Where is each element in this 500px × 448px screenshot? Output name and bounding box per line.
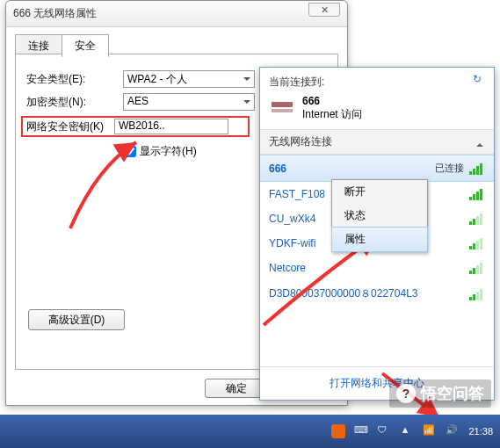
tray-ime-icon[interactable]: ⌨ [354,424,368,438]
tray-volume-icon[interactable]: 🔊 [446,424,460,438]
ctx-disconnect[interactable]: 断开 [332,180,427,204]
security-key-label: 网络安全密钥(K) [26,119,104,134]
signal-icon [469,163,485,175]
ssid-label: D3D800037000000８022704L3 [269,286,417,301]
signal-icon [469,188,485,200]
system-tray: ⌨ 🛡 ▲ 📶 🔊 21:38 [331,424,500,438]
taskbar[interactable]: ⌨ 🛡 ▲ 📶 🔊 21:38 [0,415,500,448]
signal-icon [469,213,485,225]
network-item[interactable]: D3D800037000000８022704L3 [260,280,494,307]
signal-icon [469,262,485,274]
encryption-type-combo[interactable]: AES [123,93,255,111]
tab-security[interactable]: 安全 [62,34,109,57]
network-item[interactable]: Netcore [260,256,494,280]
ctx-status[interactable]: 状态 [332,204,427,228]
signal-icon [469,237,485,249]
ssid-label: Netcore [269,262,306,274]
clock[interactable]: 21:38 [468,426,493,437]
current-status: Internet 访问 [302,107,362,122]
tray-sogou-icon[interactable] [331,424,345,438]
flyout-header: 当前连接到: [269,76,324,88]
security-key-row: 网络安全密钥(K) WB2016.. [21,116,250,137]
ssid-label: YDKF-wifi [269,237,315,249]
section-header[interactable]: 无线网络连接 [260,129,494,155]
network-icon [269,100,295,118]
security-key-field[interactable]: WB2016.. [114,119,228,134]
security-type-combo[interactable]: WPA2 - 个人 [123,70,255,88]
refresh-icon[interactable]: ↻ [473,73,487,87]
watermark: ? 悟空问答 [389,379,491,408]
tray-shield-icon[interactable]: 🛡 [377,424,391,438]
ctx-properties[interactable]: 属性 [331,227,428,252]
ssid-label: FAST_F108 [269,188,325,200]
show-chars-checkbox[interactable] [125,146,136,157]
ssid-label: CU_wXk4 [269,213,315,225]
dialog-title: 666 无线网络属性 [13,6,97,21]
connected-label: 已连接 [435,162,464,175]
titlebar[interactable]: 666 无线网络属性 ✕ [6,1,347,27]
context-menu: 断开 状态 属性 [331,179,428,252]
tray-network-icon[interactable]: 📶 [423,424,437,438]
show-chars-label: 显示字符(H) [140,144,197,159]
advanced-button[interactable]: 高级设置(D) [28,309,125,330]
encryption-type-label: 加密类型(N): [26,95,123,110]
watermark-icon: ? [396,384,416,403]
current-ssid: 666 [302,95,362,107]
current-connection: 666 Internet 访问 [260,93,494,129]
tray-flag-icon[interactable]: ▲ [400,424,414,438]
network-item-666[interactable]: 666 已连接 [260,155,494,182]
ssid-label: 666 [269,163,286,175]
security-type-label: 安全类型(E): [26,72,123,87]
watermark-text: 悟空问答 [421,383,484,404]
close-button[interactable]: ✕ [308,3,340,17]
signal-icon [469,288,485,300]
